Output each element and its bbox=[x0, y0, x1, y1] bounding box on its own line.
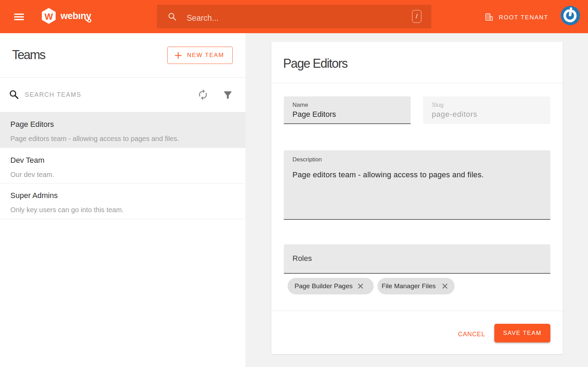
svg-text:W: W bbox=[45, 11, 53, 22]
